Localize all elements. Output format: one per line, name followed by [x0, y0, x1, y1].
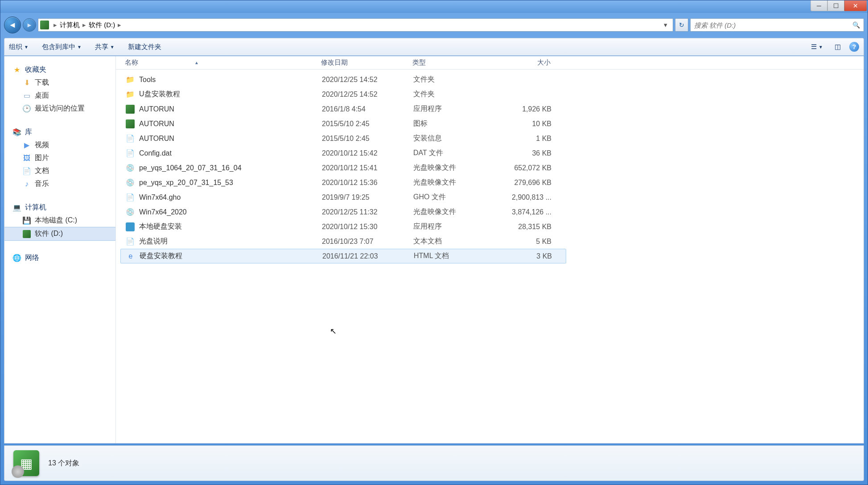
drive-icon [40, 21, 49, 29]
view-mode-button[interactable]: ☰ ▼ [808, 41, 826, 52]
navigation-pane: ★收藏夹 ⬇下载 ▭桌面 🕑最近访问的位置 📚库 ▶视频 🖼图片 📄文档 ♪音乐… [4, 56, 116, 443]
sidebar-downloads[interactable]: ⬇下载 [4, 76, 115, 89]
library-icon: 📚 [12, 128, 21, 137]
file-date: 2015/5/10 2:45 [322, 120, 413, 128]
sidebar-desktop[interactable]: ▭桌面 [4, 89, 115, 102]
close-button[interactable]: ✕ [844, 0, 867, 11]
window-controls: ─ ☐ ✕ [810, 0, 867, 11]
breadcrumb-dropdown[interactable]: ▾ [660, 21, 671, 29]
file-name: AUTORUN [139, 135, 322, 143]
file-type: HTML 文档 [414, 251, 503, 261]
file-date: 2020/10/12 15:30 [322, 223, 413, 231]
file-row[interactable]: 📄Win7x64.gho2019/9/7 19:25GHO 文件2,900,81… [116, 190, 864, 205]
status-count: 13 个对象 [48, 459, 79, 468]
recent-icon: 🕑 [22, 104, 31, 113]
sidebar-pictures[interactable]: 🖼图片 [4, 152, 115, 164]
file-row[interactable]: 📁U盘安装教程2020/12/25 14:52文件夹 [116, 87, 864, 102]
sidebar-music[interactable]: ♪音乐 [4, 177, 115, 190]
search-input[interactable] [694, 21, 852, 29]
network-icon: 🌐 [12, 254, 21, 263]
sidebar-documents[interactable]: 📄文档 [4, 164, 115, 177]
file-row[interactable]: 📁Tools2020/12/25 14:52文件夹 [116, 72, 864, 87]
chevron-right-icon: ▸ [82, 21, 86, 29]
file-size: 3,874,126 ... [502, 208, 560, 216]
organize-menu[interactable]: 组织▼ [9, 43, 29, 51]
desktop-icon: ▭ [22, 91, 31, 100]
file-size: 279,696 KB [502, 179, 560, 187]
file-row[interactable]: 📄光盘说明2016/10/23 7:07文本文档5 KB [116, 234, 864, 249]
file-size: 10 KB [502, 120, 560, 128]
file-row[interactable]: 💿Win7x64_20202020/12/25 11:32光盘映像文件3,874… [116, 205, 864, 219]
sidebar-network[interactable]: 🌐网络 [4, 251, 115, 264]
toolbar: 组织▼ 包含到库中▼ 共享▼ 新建文件夹 ☰ ▼ ◫ ? [4, 38, 864, 56]
music-icon: ♪ [22, 180, 31, 189]
file-date: 2016/1/8 4:54 [322, 105, 413, 113]
sort-indicator-icon: ▲ [194, 60, 199, 65]
drive-icon: 💾 [22, 216, 31, 225]
navigation-bar: ◄ ► ▸ 计算机 ▸ 软件 (D:) ▸ ▾ ↻ 🔍 [4, 15, 864, 35]
sidebar-favorites[interactable]: ★收藏夹 [4, 63, 115, 76]
chevron-right-icon: ▸ [118, 21, 121, 29]
search-icon: 🔍 [852, 21, 860, 29]
file-type: 光盘映像文件 [413, 163, 502, 173]
file-size: 28,315 KB [502, 223, 560, 231]
search-box[interactable]: 🔍 [690, 18, 864, 32]
maximize-button[interactable]: ☐ [827, 0, 844, 11]
column-type[interactable]: 类型 [412, 58, 502, 67]
file-date: 2020/10/12 15:42 [322, 149, 413, 157]
share-menu[interactable]: 共享▼ [95, 43, 115, 51]
forward-button[interactable]: ► [23, 18, 36, 32]
file-type: 应用程序 [413, 104, 502, 114]
file-name: Config.dat [139, 149, 322, 157]
file-size: 2,900,813 ... [502, 193, 560, 201]
file-row[interactable]: AUTORUN2016/1/8 4:54应用程序1,926 KB [116, 102, 864, 116]
file-name: Win7x64_2020 [139, 208, 322, 216]
file-date: 2016/11/21 22:03 [322, 252, 414, 260]
help-button[interactable]: ? [849, 42, 859, 52]
refresh-button[interactable]: ↻ [675, 18, 688, 32]
file-row[interactable]: AUTORUN2015/5/10 2:45图标10 KB [116, 116, 864, 131]
download-icon: ⬇ [22, 78, 31, 87]
status-bar: ▦ 13 个对象 [4, 445, 864, 481]
sidebar-ddrive[interactable]: 软件 (D:) [4, 227, 115, 241]
file-type: 应用程序 [413, 222, 502, 231]
chevron-right-icon: ▸ [53, 21, 57, 29]
file-size: 3 KB [503, 252, 561, 260]
file-row[interactable]: e硬盘安装教程2016/11/21 22:03HTML 文档3 KB [120, 249, 566, 263]
file-row[interactable]: 💿pe_yqs_1064_20_07_31_16_042020/10/12 15… [116, 160, 864, 175]
sidebar-libraries[interactable]: 📚库 [4, 126, 115, 139]
sidebar-cdrive[interactable]: 💾本地磁盘 (C:) [4, 214, 115, 227]
file-name: 光盘说明 [139, 237, 322, 246]
titlebar: ─ ☐ ✕ [0, 0, 868, 13]
sidebar-videos[interactable]: ▶视频 [4, 139, 115, 152]
drive-icon [22, 230, 31, 238]
file-name: Tools [139, 76, 322, 84]
file-row[interactable]: 💿pe_yqs_xp_20_07_31_15_532020/10/12 15:3… [116, 175, 864, 190]
file-name: Win7x64.gho [139, 193, 322, 201]
column-date[interactable]: 修改日期 [321, 58, 412, 67]
star-icon: ★ [12, 66, 21, 74]
breadcrumb[interactable]: ▸ 计算机 ▸ 软件 (D:) ▸ ▾ [38, 18, 673, 32]
minimize-button[interactable]: ─ [810, 0, 827, 11]
column-name[interactable]: 名称▲ [125, 58, 321, 67]
file-list-area: 名称▲ 修改日期 类型 大小 📁Tools2020/12/25 14:52文件夹… [116, 56, 864, 443]
preview-pane-button[interactable]: ◫ [831, 41, 844, 52]
status-drive-icon: ▦ [13, 450, 39, 476]
file-row[interactable]: 📄AUTORUN2015/5/10 2:45安装信息1 KB [116, 131, 864, 146]
include-library-menu[interactable]: 包含到库中▼ [42, 43, 82, 51]
column-size[interactable]: 大小 [502, 58, 559, 67]
new-folder-button[interactable]: 新建文件夹 [128, 43, 161, 51]
file-type: 图标 [413, 119, 502, 128]
file-row[interactable]: 本地硬盘安装2020/10/12 15:30应用程序28,315 KB [116, 219, 864, 234]
file-name: AUTORUN [139, 105, 322, 113]
breadcrumb-drive[interactable]: 软件 (D:) [89, 21, 115, 29]
content-area: ★收藏夹 ⬇下载 ▭桌面 🕑最近访问的位置 📚库 ▶视频 🖼图片 📄文档 ♪音乐… [4, 56, 864, 444]
sidebar-computer[interactable]: 💻计算机 [4, 201, 115, 214]
file-date: 2016/10/23 7:07 [322, 238, 413, 246]
back-button[interactable]: ◄ [4, 16, 21, 33]
file-row[interactable]: 📄Config.dat2020/10/12 15:42DAT 文件36 KB [116, 146, 864, 160]
sidebar-recent[interactable]: 🕑最近访问的位置 [4, 102, 115, 115]
explorer-window: ─ ☐ ✕ ◄ ► ▸ 计算机 ▸ 软件 (D:) ▸ ▾ ↻ 🔍 组织▼ 包含… [0, 0, 868, 485]
breadcrumb-computer[interactable]: 计算机 [60, 21, 80, 29]
file-type: 安装信息 [413, 134, 502, 143]
